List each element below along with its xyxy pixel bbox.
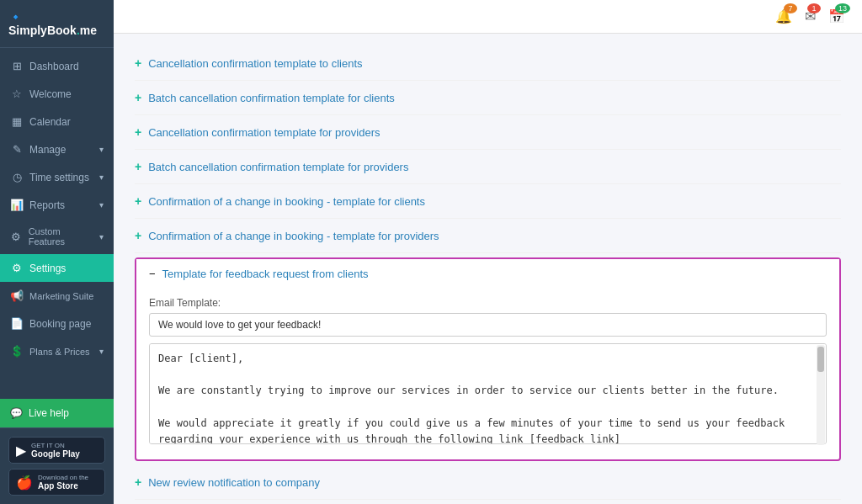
live-help-icon: 💬: [10, 407, 23, 419]
main-area: 🔔 7 ✉ 1 📅 13 + Cancellation confirmation…: [114, 0, 862, 504]
marketing-icon: 📢: [10, 289, 24, 302]
template-item-new-review[interactable]: + New review notification to company: [135, 465, 841, 500]
template-expanded-feedback: − Template for feedback request from cli…: [135, 257, 841, 461]
app-store-name: App Store: [38, 481, 88, 491]
template-item-cancellation-providers[interactable]: + Cancellation confirmation template for…: [135, 115, 841, 150]
expand-icon: +: [135, 91, 141, 104]
chevron-down-icon: ▾: [99, 200, 104, 210]
settings-icon: ⚙: [10, 262, 24, 274]
calendar-icon: ▦: [10, 115, 24, 128]
topbar: 🔔 7 ✉ 1 📅 13: [114, 0, 862, 34]
sidebar-item-label: Settings: [29, 263, 66, 274]
sidebar-item-label: Marketing Suite: [29, 291, 93, 301]
template-item-change-clients[interactable]: + Confirmation of a change in booking - …: [135, 184, 841, 219]
messages-button[interactable]: ✉ 1: [805, 8, 816, 24]
sidebar-item-booking-page[interactable]: 📄 Booking page: [0, 310, 114, 337]
mail-badge: 1: [807, 3, 821, 13]
sidebar-item-label: Manage: [29, 144, 66, 156]
sidebar-item-label: Plans & Prices: [29, 347, 90, 357]
logo-text: 🔹 SimplyBook.me: [8, 10, 105, 37]
reports-icon: 📊: [10, 199, 24, 211]
template-item-cancellation-clients[interactable]: + Cancellation confirmation template to …: [135, 46, 841, 81]
sidebar-item-settings[interactable]: ⚙ Settings: [0, 254, 114, 282]
template-body: Email Template: Dear [client], We are co…: [136, 289, 839, 459]
sidebar-nav: ⊞ Dashboard ☆ Welcome ▦ Calendar ✎ Manag…: [0, 48, 114, 399]
chevron-down-icon: ▾: [99, 145, 104, 154]
sidebar-item-label: Calendar: [29, 116, 71, 128]
template-item-change-providers[interactable]: + Confirmation of a change in booking - …: [135, 219, 841, 253]
template-title: Batch cancellation confirmation template…: [148, 92, 395, 104]
logo: 🔹 SimplyBook.me: [0, 0, 114, 48]
email-body-textarea[interactable]: Dear [client], We are constantly trying …: [149, 343, 827, 444]
collapse-icon: −: [149, 268, 156, 280]
sidebar-item-reports[interactable]: 📊 Reports ▾: [0, 191, 114, 219]
expand-icon: +: [135, 229, 141, 242]
chevron-down-icon: ▾: [99, 172, 104, 182]
sidebar-item-manage[interactable]: ✎ Manage ▾: [0, 135, 114, 163]
sidebar-item-custom-features[interactable]: ⚙ Custom Features ▾: [0, 219, 114, 254]
google-play-button[interactable]: ▶ GET IT ON Google Play: [8, 437, 105, 464]
sidebar-item-welcome[interactable]: ☆ Welcome: [0, 80, 114, 108]
app-store-button[interactable]: 🍎 Download on the App Store: [8, 469, 105, 496]
app-store-label: Download on the: [38, 474, 88, 481]
sidebar-item-label: Welcome: [29, 88, 72, 100]
chevron-down-icon: ▾: [99, 232, 104, 241]
email-body-container: Dear [client], We are constantly trying …: [149, 343, 827, 447]
template-expanded-title: Template for feedback request from clien…: [162, 268, 369, 280]
calendar-badge: 13: [835, 3, 850, 13]
sidebar-item-label: Time settings: [29, 172, 89, 183]
template-title: Confirmation of a change in booking - te…: [148, 195, 425, 208]
plans-icon: 💲: [10, 345, 24, 358]
scrollbar[interactable]: [817, 345, 825, 445]
template-item-batch-cancellation-providers[interactable]: + Batch cancellation confirmation templa…: [135, 150, 841, 184]
sidebar-item-marketing[interactable]: 📢 Marketing Suite: [0, 282, 114, 310]
content-area: + Cancellation confirmation template to …: [114, 34, 862, 504]
email-subject-input[interactable]: [149, 313, 827, 337]
google-play-icon: ▶: [16, 443, 26, 459]
live-help-button[interactable]: 💬 Live help: [0, 399, 114, 427]
sidebar-item-label: Dashboard: [29, 61, 79, 72]
sidebar-item-plans-prices[interactable]: 💲 Plans & Prices ▾: [0, 337, 114, 365]
template-title: Cancellation confirmation template for p…: [148, 126, 380, 139]
bell-badge: 7: [784, 3, 797, 13]
expand-icon: +: [135, 194, 141, 208]
sidebar-item-calendar[interactable]: ▦ Calendar: [0, 108, 114, 135]
google-play-label: GET IT ON: [31, 442, 80, 449]
template-title: Confirmation of a change in booking - te…: [148, 230, 439, 242]
sidebar-item-label: Booking page: [29, 318, 91, 330]
dashboard-icon: ⊞: [10, 60, 24, 72]
apple-icon: 🍎: [16, 475, 33, 491]
manage-icon: ✎: [10, 143, 24, 156]
template-title: New review notification to company: [148, 476, 320, 489]
template-item-batch-cancellation-clients[interactable]: + Batch cancellation confirmation templa…: [135, 81, 841, 115]
calendar-button[interactable]: 📅 13: [828, 8, 845, 24]
google-play-name: Google Play: [31, 449, 80, 459]
expand-icon: +: [135, 56, 141, 70]
notifications-button[interactable]: 🔔 7: [775, 8, 792, 24]
template-title: Batch cancellation confirmation template…: [148, 161, 408, 173]
booking-icon: 📄: [10, 317, 24, 330]
sidebar-item-label: Reports: [29, 199, 65, 211]
chevron-down-icon: ▾: [99, 347, 104, 356]
welcome-icon: ☆: [10, 88, 24, 100]
app-stores: ▶ GET IT ON Google Play 🍎 Download on th…: [0, 427, 114, 504]
expand-icon: +: [135, 125, 141, 139]
time-icon: ◷: [10, 171, 24, 183]
expand-icon: +: [135, 475, 141, 489]
sidebar-item-time-settings[interactable]: ◷ Time settings ▾: [0, 163, 114, 191]
email-template-label: Email Template:: [149, 297, 827, 309]
scrollbar-thumb: [817, 347, 824, 372]
expand-icon: +: [135, 160, 141, 173]
sidebar: 🔹 SimplyBook.me ⊞ Dashboard ☆ Welcome ▦ …: [0, 0, 114, 504]
live-help-label: Live help: [29, 407, 69, 419]
template-title: Cancellation confirmation template to cl…: [148, 57, 362, 70]
sidebar-item-label: Custom Features: [29, 226, 93, 247]
sidebar-item-dashboard[interactable]: ⊞ Dashboard: [0, 52, 114, 80]
template-expanded-header[interactable]: − Template for feedback request from cli…: [136, 259, 839, 289]
custom-features-icon: ⚙: [10, 231, 23, 243]
